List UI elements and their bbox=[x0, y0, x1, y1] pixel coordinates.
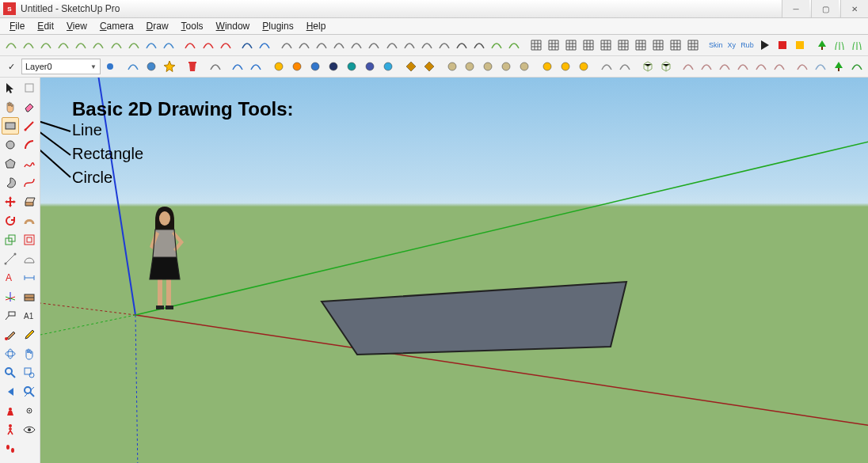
tool-lines-2[interactable] bbox=[471, 36, 487, 54]
tool-trash-red[interactable] bbox=[184, 58, 200, 75]
tool-bezier-1[interactable] bbox=[143, 36, 159, 54]
tool-ball-yellow[interactable] bbox=[271, 58, 287, 75]
tool-tape[interactable] bbox=[2, 250, 19, 268]
tool-look[interactable] bbox=[21, 402, 38, 419]
tool-bezier2[interactable] bbox=[21, 174, 38, 192]
tool-arc[interactable] bbox=[21, 136, 38, 154]
tool-sphere-3[interactable] bbox=[498, 58, 515, 75]
tool-curve-6[interactable] bbox=[90, 36, 106, 54]
tool-move[interactable] bbox=[2, 193, 19, 211]
tool-wave-1[interactable] bbox=[230, 58, 246, 75]
tool-axes[interactable] bbox=[2, 288, 19, 306]
tool-stop-icon[interactable] bbox=[792, 36, 808, 54]
tool-iso-1[interactable] bbox=[279, 36, 295, 54]
tool-label[interactable] bbox=[2, 307, 19, 324]
tool-hatch-7[interactable] bbox=[633, 36, 649, 54]
tool-cube-out[interactable] bbox=[657, 58, 674, 75]
tool-hatch-1[interactable] bbox=[528, 36, 544, 54]
layer-visible-check[interactable]: ✓ bbox=[3, 58, 20, 75]
tool-pan[interactable] bbox=[21, 345, 38, 362]
minimize-button[interactable]: ─ bbox=[782, 0, 809, 17]
tool-rectangle[interactable] bbox=[2, 117, 19, 135]
tool-rotate[interactable] bbox=[2, 212, 19, 230]
skin-label[interactable]: Skin bbox=[707, 41, 725, 49]
tool-play-icon[interactable] bbox=[757, 36, 773, 54]
tool-note[interactable] bbox=[812, 58, 828, 75]
tool-3dtext[interactable]: A1 bbox=[21, 307, 38, 324]
tool-walk[interactable] bbox=[2, 421, 19, 438]
tool-hatch-10[interactable] bbox=[685, 36, 701, 54]
tool-eye[interactable] bbox=[21, 421, 38, 438]
tool-red-tool-3[interactable] bbox=[218, 36, 234, 54]
tool-curve-7[interactable] bbox=[108, 36, 124, 54]
tool-zoomwin[interactable] bbox=[21, 364, 38, 381]
tool-ball-blue[interactable] bbox=[307, 58, 324, 75]
tool-bezier-2[interactable] bbox=[161, 36, 177, 54]
tool-cube[interactable] bbox=[639, 58, 656, 75]
tool-grass-1[interactable] bbox=[832, 36, 847, 54]
tool-picture[interactable] bbox=[771, 58, 788, 75]
tool-sphere-4[interactable] bbox=[516, 58, 533, 75]
tool-hatch-3[interactable] bbox=[563, 36, 579, 54]
tool-ball-darkblue[interactable] bbox=[326, 58, 342, 75]
tool-hand[interactable] bbox=[2, 98, 19, 116]
tool-star[interactable] bbox=[162, 58, 178, 75]
tool-tree-flat[interactable] bbox=[830, 58, 847, 75]
tool-house[interactable] bbox=[680, 58, 697, 75]
tool-tablet[interactable] bbox=[794, 58, 810, 75]
tool-grass-2[interactable] bbox=[849, 36, 865, 54]
tool-people[interactable] bbox=[753, 58, 770, 75]
tool-hatch-5[interactable] bbox=[598, 36, 614, 54]
tool-play[interactable] bbox=[848, 58, 865, 75]
tool-select[interactable] bbox=[2, 79, 19, 97]
menu-edit[interactable]: Edit bbox=[31, 19, 60, 33]
tool-diamond[interactable] bbox=[402, 58, 419, 75]
tool-stairs[interactable] bbox=[699, 58, 715, 75]
tool-line[interactable] bbox=[21, 117, 38, 135]
menu-view[interactable]: View bbox=[60, 19, 93, 33]
tool-poly[interactable] bbox=[735, 58, 752, 75]
tool-pushpull[interactable] bbox=[21, 193, 38, 211]
menu-help[interactable]: Help bbox=[300, 19, 333, 33]
tool-sun-2[interactable] bbox=[576, 58, 592, 75]
tool-ball-indigo[interactable] bbox=[362, 58, 379, 75]
tool-pie[interactable] bbox=[2, 174, 19, 192]
tool-iso-3[interactable] bbox=[314, 36, 329, 54]
tool-slash-1[interactable] bbox=[383, 36, 399, 54]
tool-red-tool-2[interactable] bbox=[200, 36, 215, 54]
tool-iso-5[interactable] bbox=[348, 36, 364, 54]
tool-curve-8[interactable] bbox=[126, 36, 142, 54]
tool-sphere-1[interactable] bbox=[444, 58, 460, 75]
tool-curve-1[interactable] bbox=[3, 36, 19, 54]
tool-circle[interactable] bbox=[2, 136, 19, 154]
tool-ring[interactable] bbox=[480, 58, 497, 75]
tool-iso-6[interactable] bbox=[366, 36, 382, 54]
tool-paint[interactable] bbox=[2, 326, 19, 343]
tool-sphere-2[interactable] bbox=[462, 58, 478, 75]
tool-box-empty[interactable] bbox=[21, 79, 38, 97]
tool-arc-blue[interactable] bbox=[257, 36, 272, 54]
tool-slash-2[interactable] bbox=[402, 36, 417, 54]
tool-stack-1[interactable] bbox=[598, 58, 615, 75]
tool-polygon[interactable] bbox=[2, 155, 19, 173]
tool-scale[interactable] bbox=[2, 231, 19, 249]
menu-tools[interactable]: Tools bbox=[175, 19, 210, 33]
menu-window[interactable]: Window bbox=[210, 19, 257, 33]
menu-file[interactable]: File bbox=[3, 19, 31, 33]
tool-slash-4[interactable] bbox=[436, 36, 452, 54]
tool-hatch-4[interactable] bbox=[581, 36, 596, 54]
tool-box-2[interactable] bbox=[506, 36, 522, 54]
tool-hatch-9[interactable] bbox=[668, 36, 683, 54]
layer-color[interactable] bbox=[102, 58, 119, 75]
tool-steps[interactable] bbox=[2, 440, 19, 457]
rub-label[interactable]: Rub bbox=[739, 41, 756, 49]
tool-text[interactable]: A bbox=[2, 269, 19, 287]
tool-rec-icon[interactable] bbox=[775, 36, 790, 54]
menu-plugins[interactable]: Plugins bbox=[256, 19, 299, 33]
tool-orbit[interactable] bbox=[2, 345, 19, 362]
tool-stack-2[interactable] bbox=[616, 58, 633, 75]
xy-label[interactable]: Xy bbox=[726, 41, 738, 49]
tool-box-1[interactable] bbox=[489, 36, 504, 54]
tool-ball-orange[interactable] bbox=[289, 58, 306, 75]
viewport[interactable]: Basic 2D Drawing Tools: Line Rectangle C… bbox=[40, 78, 868, 463]
